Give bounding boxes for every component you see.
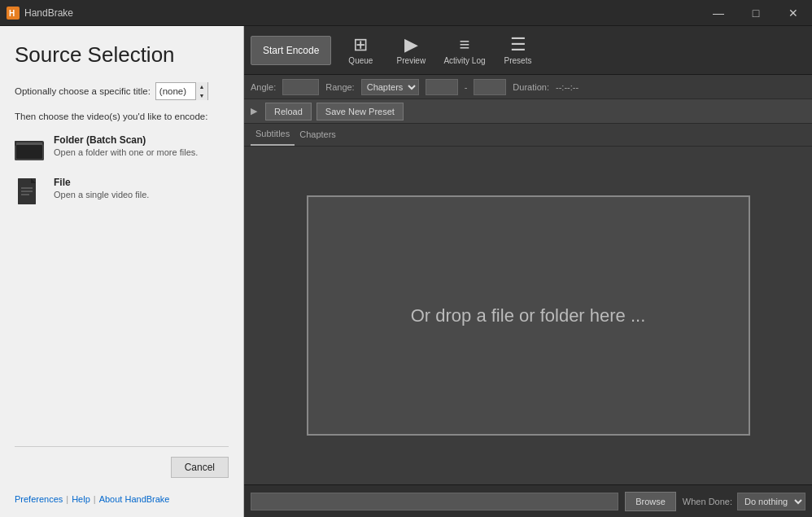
activity-icon: ≡ xyxy=(460,36,470,54)
range-to-input[interactable] xyxy=(474,79,506,95)
sep2: | xyxy=(94,494,96,504)
angle-label: Angle: xyxy=(251,82,276,92)
tabs-row: Subtitles Chapters xyxy=(244,124,812,147)
app-body: Source Selection Optionally choose a spe… xyxy=(0,26,812,517)
presets-icon: ☰ xyxy=(510,36,526,54)
sep1: | xyxy=(66,494,68,504)
title-select-box[interactable]: (none) ▲ ▼ xyxy=(155,82,208,100)
file-option-desc: Open a single video file. xyxy=(54,190,149,199)
bottom-bar: Browse When Done: Do nothing xyxy=(244,484,812,517)
reload-button[interactable]: Reload xyxy=(265,103,312,120)
title-select-value: (none) xyxy=(156,86,195,96)
drop-zone[interactable]: Or drop a file or folder here ... xyxy=(307,195,750,436)
source-panel-title: Source Selection xyxy=(15,42,229,68)
range-label: Range: xyxy=(325,82,354,92)
start-encode-button[interactable]: Start Encode xyxy=(251,36,331,65)
file-option-title: File xyxy=(54,177,149,188)
title-select-label: Optionally choose a specific title: xyxy=(15,86,151,96)
queue-icon: ⊞ xyxy=(353,36,368,54)
source-footer: Cancel Preferences | Help | About HandBr… xyxy=(15,446,229,504)
svg-rect-6 xyxy=(16,145,42,159)
spinner-down[interactable]: ▼ xyxy=(196,91,207,100)
source-selection-panel: Source Selection Optionally choose a spe… xyxy=(0,26,244,517)
preferences-link[interactable]: Preferences xyxy=(15,494,63,504)
range-select[interactable]: Chapters xyxy=(361,79,419,95)
activity-log-button[interactable]: ≡ Activity Log xyxy=(437,29,491,72)
when-done-select[interactable]: Do nothing xyxy=(737,493,805,510)
folder-icon xyxy=(15,134,44,164)
output-path-input[interactable] xyxy=(251,493,618,510)
action-bar: ▶ Reload Save New Preset xyxy=(244,99,812,124)
window-controls: — □ ✕ xyxy=(700,0,812,26)
title-select-row: Optionally choose a specific title: (non… xyxy=(15,82,229,100)
controls-bar: Angle: Range: Chapters - Duration: --:--… xyxy=(244,75,812,99)
maximize-button[interactable]: □ xyxy=(737,0,775,26)
content-area: Or drop a file or folder here ... xyxy=(244,147,812,484)
preview-label: Preview xyxy=(397,56,426,65)
activity-label: Activity Log xyxy=(443,56,485,65)
folder-option-text: Folder (Batch Scan) Open a folder with o… xyxy=(54,134,198,157)
range-dash: - xyxy=(465,82,468,92)
about-link[interactable]: About HandBrake xyxy=(99,494,170,504)
presets-button[interactable]: ☰ Presets xyxy=(494,29,543,72)
presets-label: Presets xyxy=(504,56,532,65)
footer-links: Preferences | Help | About HandBrake xyxy=(15,494,229,504)
encode-subtitle: Then choose the video(s) you'd like to e… xyxy=(15,112,229,121)
queue-label: Queue xyxy=(348,56,373,65)
app-title: HandBrake xyxy=(24,7,73,19)
svg-text:H: H xyxy=(9,9,15,18)
browse-button[interactable]: Browse xyxy=(625,492,676,511)
file-option-text: File Open a single video file. xyxy=(54,177,149,199)
duration-value: --:--:-- xyxy=(556,82,578,92)
folder-option-title: Folder (Batch Scan) xyxy=(54,134,198,146)
folder-option[interactable]: Folder (Batch Scan) Open a folder with o… xyxy=(15,134,229,164)
file-icon xyxy=(15,177,44,206)
when-done-area: When Done: Do nothing xyxy=(683,493,805,510)
save-preset-button[interactable]: Save New Preset xyxy=(317,103,404,120)
help-link[interactable]: Help xyxy=(72,494,90,504)
preview-icon: ▶ xyxy=(404,36,418,54)
main-area: Start Encode ⊞ Queue ▶ Preview ≡ Activit… xyxy=(244,26,812,517)
tab-chapters[interactable]: Chapters xyxy=(295,123,341,146)
minimize-button[interactable]: — xyxy=(700,0,737,26)
close-button[interactable]: ✕ xyxy=(775,0,812,26)
tab-subtitles[interactable]: Subtitles xyxy=(251,123,295,146)
range-from-input[interactable] xyxy=(426,79,458,95)
title-spinners: ▲ ▼ xyxy=(195,82,207,100)
when-done-label: When Done: xyxy=(683,497,732,506)
app-icon: H xyxy=(7,7,20,20)
queue-button[interactable]: ⊞ Queue xyxy=(336,29,385,72)
folder-option-desc: Open a folder with one or more files. xyxy=(54,147,198,157)
angle-input[interactable] xyxy=(282,79,319,95)
duration-label: Duration: xyxy=(513,82,549,92)
file-option[interactable]: File Open a single video file. xyxy=(15,177,229,206)
drop-text: Or drop a file or folder here ... xyxy=(411,305,646,326)
preview-button[interactable]: ▶ Preview xyxy=(386,29,435,72)
title-bar: H HandBrake — □ ✕ xyxy=(0,0,812,26)
spinner-up[interactable]: ▲ xyxy=(196,82,207,91)
toolbar: Start Encode ⊞ Queue ▶ Preview ≡ Activit… xyxy=(244,26,812,75)
cancel-button[interactable]: Cancel xyxy=(171,457,229,478)
